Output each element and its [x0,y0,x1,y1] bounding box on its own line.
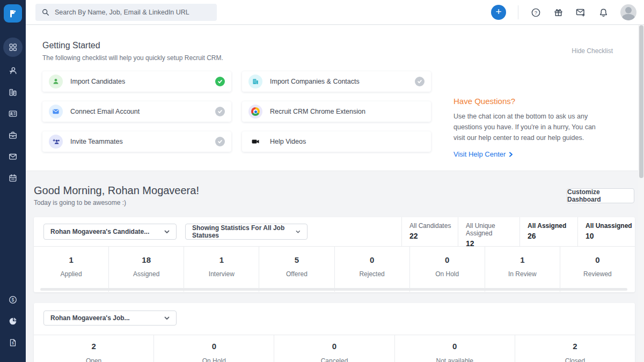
search-icon [42,9,49,16]
checklist-item-connect-email[interactable]: Connect Email Account [42,101,231,122]
check-pending-icon [415,77,425,86]
summary-all-unassigned: All Unassigned 10 [577,217,635,247]
stage-reviewed[interactable]: 0Reviewed [560,247,635,292]
candidate-stage-row: 1Applied 18Assigned 1Interview 5Offered … [34,247,635,292]
sidebar-item-dashboard[interactable] [3,38,23,57]
gift-icon[interactable] [553,7,564,18]
stage-applied[interactable]: 1Applied [34,247,108,292]
help-icon[interactable]: ? [530,7,541,18]
sidebar-item-candidates[interactable] [3,63,23,78]
video-camera-icon [248,135,262,149]
sidebar-item-companies[interactable] [3,85,23,100]
invoice-icon: $ [8,338,18,348]
stage-interview[interactable]: 1Interview [184,247,259,292]
sidebar-nav-bottom: $ $ [0,292,26,350]
sidebar-item-reports[interactable] [3,314,23,329]
user-avatar[interactable] [620,4,636,20]
candidate-owner-dropdown[interactable]: Rohan Mogaveera's Candidate... [43,224,177,240]
getting-started-subtitle: The following checklist will help you qu… [42,54,223,62]
svg-text:$: $ [12,341,14,345]
checklist-item-invite-teammates[interactable]: Invite Teammates [42,131,231,152]
sidebar-item-jobs[interactable] [3,128,23,143]
pie-chart-icon [8,316,18,326]
stage-assigned[interactable]: 18Assigned [108,247,184,292]
stage-rejected[interactable]: 0Rejected [334,247,409,292]
notification-bell-icon[interactable] [598,7,609,18]
check-pending-icon [215,137,225,146]
job-stage-not-available[interactable]: 0Not available [394,335,515,362]
dollar-circle-icon: $ [8,295,18,305]
checklist-item-label: Invite Teammates [70,138,123,145]
candidate-owner-dropdown-value: Rohan Mogaveera's Candidate... [50,228,149,235]
checklist-item-label: Help Videos [270,138,306,145]
chevron-down-icon [164,316,170,320]
checklist-item-import-companies[interactable]: Import Companies & Contacts [242,71,431,92]
checklist-item-label: Import Candidates [70,78,125,85]
topbar: Search By Name, Job, Email & LinkedIn UR… [26,0,644,25]
sidebar-item-calendar[interactable] [3,171,23,186]
summary-all-unique-assigned: All Unique Assigned 12 [458,217,519,247]
check-complete-icon [215,77,225,86]
sidebar-item-deals[interactable]: $ [3,292,23,307]
job-owner-dropdown[interactable]: Rohan Mogaveera's Job... [43,311,177,326]
topbar-divider [518,5,518,19]
checklist-item-chrome-extension[interactable]: Recruit CRM Chrome Extension [242,101,431,122]
customize-dashboard-button[interactable]: Customize Dashboard [567,188,634,203]
email-compose-icon[interactable] [575,7,586,18]
summary-all-assigned: All Assigned 26 [519,217,577,247]
global-search-input[interactable]: Search By Name, Job, Email & LinkedIn UR… [35,4,217,21]
scrollbar-thumb[interactable] [639,25,643,178]
getting-started-title: Getting Started [42,41,100,50]
sidebar: $ $ [0,0,26,362]
job-stage-closed[interactable]: 2Closed [515,335,635,362]
recruit-crm-dashboard: $ $ Search By Name, Job, Email & LinkedI… [0,0,644,362]
topbar-actions: + ? [491,0,636,25]
sidebar-item-contacts[interactable] [3,106,23,121]
checklist-item-import-candidates[interactable]: Import Candidates [42,71,231,92]
greeting-title: Good Morning, Rohan Mogaveera! [34,184,199,197]
job-stage-on-hold[interactable]: 0On Hold [153,335,274,362]
contact-card-icon [8,109,18,119]
have-questions-body: Use the chat icon at the bottom to ask u… [453,111,608,143]
candidate-stats-panel: Rohan Mogaveera's Candidate... Showing S… [34,217,635,292]
chevron-down-icon [164,230,170,234]
buildings-icon [8,87,18,97]
building-icon [248,75,262,88]
recruit-crm-logo[interactable] [4,4,22,23]
chrome-icon [248,105,262,119]
candidate-stats-header: Rohan Mogaveera's Candidate... Showing S… [34,217,635,247]
getting-started-section: Getting Started The following checklist … [26,25,644,171]
job-stage-canceled[interactable]: 0Canceled [274,335,394,362]
job-stage-open[interactable]: 2Open [34,335,153,362]
hide-checklist-link[interactable]: Hide Checklist [572,47,613,55]
sidebar-item-invoices[interactable]: $ [3,335,23,350]
stage-offered[interactable]: 5Offered [259,247,334,292]
add-people-icon [49,135,63,149]
job-stats-header: Rohan Mogaveera's Job... [34,303,635,335]
add-new-button[interactable]: + [491,5,506,20]
checklist-item-label: Import Companies & Contacts [270,78,360,85]
checklist-item-label: Connect Email Account [70,108,140,115]
vertical-scrollbar[interactable] [638,25,644,362]
person-icon [49,75,63,88]
svg-text:$: $ [12,297,14,302]
briefcase-icon [8,130,18,140]
have-questions-title: Have Questions? [453,97,515,106]
sidebar-item-email[interactable] [3,149,23,164]
stage-on-hold[interactable]: 0On Hold [409,247,485,292]
check-pending-icon [215,107,225,116]
chevron-right-icon [509,152,513,157]
checklist-item-help-videos[interactable]: Help Videos [242,131,431,152]
svg-text:?: ? [534,9,537,15]
sidebar-nav-top [0,38,26,186]
calendar-icon [8,173,18,183]
greeting-subtitle: Today is going to be awesome :) [34,199,126,206]
visit-help-center-link[interactable]: Visit Help Center [453,150,513,158]
envelope-icon [8,152,18,161]
job-owner-dropdown-value: Rohan Mogaveera's Job... [50,314,130,322]
job-status-filter-dropdown[interactable]: Showing Statistics For All Job Statuses [185,224,308,240]
horizontal-scrollbar[interactable] [40,288,627,291]
visit-help-center-label: Visit Help Center [453,150,506,158]
chevron-down-icon [296,230,301,234]
stage-in-review[interactable]: 1In Review [485,247,560,292]
